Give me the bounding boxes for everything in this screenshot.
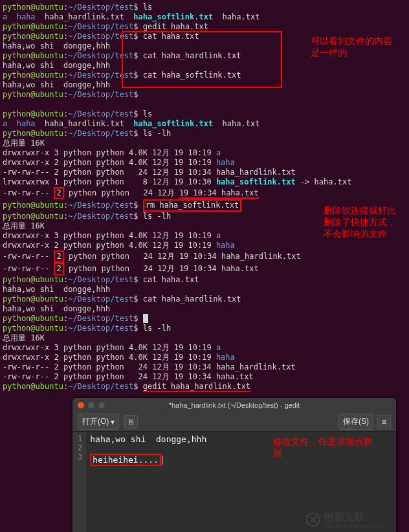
menu-button[interactable]: ≡ bbox=[377, 415, 391, 429]
gedit-window: *haha_hardlink.txt (~/Desktop/test) - ge… bbox=[72, 398, 396, 532]
watermark: 创新互联 CHUANG XIN HU LIAN bbox=[305, 511, 383, 529]
annotation-2: 删除软连接就好比删除了快捷方式，不会影响源文件 bbox=[324, 205, 401, 240]
save-button[interactable]: 保存(S) bbox=[338, 414, 373, 430]
open-button[interactable]: 打开(O) ▾ bbox=[78, 414, 119, 430]
annotation-1: 可以看到文件的内容是一样的 bbox=[311, 35, 395, 58]
gedit-editor[interactable]: 123 haha,wo shi dongge,hhh heiheihei....… bbox=[72, 432, 396, 532]
gedit-toolbar: 打开(O) ▾ ⎘ 保存(S) ≡ bbox=[72, 412, 396, 432]
terminal-output[interactable]: python@ubuntu:~/Desktop/test$ lsa haha h… bbox=[0, 0, 409, 394]
new-tab-button[interactable]: ⎘ bbox=[124, 415, 138, 429]
line-number-gutter: 123 bbox=[72, 432, 86, 532]
hamburger-icon: ≡ bbox=[382, 417, 386, 427]
close-icon[interactable] bbox=[78, 402, 84, 408]
new-doc-icon: ⎘ bbox=[129, 417, 133, 427]
annotation-3: 修改文件，任意添加点数据 bbox=[273, 436, 377, 459]
gedit-title: *haha_hardlink.txt (~/Desktop/test) - ge… bbox=[78, 401, 391, 409]
minimize-icon[interactable] bbox=[88, 402, 94, 408]
gedit-titlebar[interactable]: *haha_hardlink.txt (~/Desktop/test) - ge… bbox=[72, 398, 396, 412]
chevron-down-icon: ▾ bbox=[111, 417, 115, 427]
maximize-icon[interactable] bbox=[98, 402, 105, 408]
watermark-logo-icon bbox=[305, 512, 321, 527]
